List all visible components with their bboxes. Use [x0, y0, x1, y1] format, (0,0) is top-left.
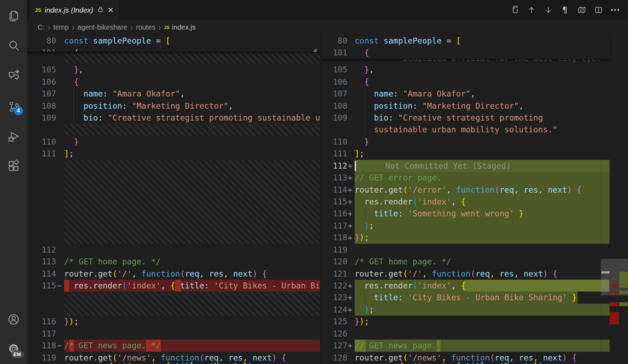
code-line[interactable]: res.render('news', { title: 'News' }); [27, 362, 320, 364]
code-line[interactable]: 122+ res.render('index', { [321, 280, 628, 292]
code-line[interactable]: 113+// GET error page. [321, 172, 628, 184]
code-line[interactable]: 105 }, [321, 64, 628, 76]
code-token: , [156, 362, 166, 364]
line-number: 123 [321, 292, 347, 304]
code-line[interactable]: 114router.get('/', function(req, res, ne… [27, 268, 320, 280]
code-line[interactable]: 80const samplePeople = [ [321, 35, 610, 47]
code-token [64, 48, 74, 52]
code-token: } [364, 65, 369, 74]
diff-sign: + [348, 280, 353, 292]
settings-gear-icon[interactable]: EM [7, 342, 20, 355]
code-line[interactable]: "Dedicated official for the best city cy… [355, 59, 600, 62]
open-file-icon[interactable] [510, 6, 519, 15]
sticky-scroll[interactable]: 80const samplePeople = [101 {f [27, 35, 320, 52]
breadcrumb-routes[interactable]: routes [136, 23, 156, 31]
extensions-icon[interactable] [7, 159, 20, 172]
line-number: 106 [321, 76, 347, 88]
code-line[interactable]: 108 position: "Marketing Director", [27, 100, 320, 112]
code-token: } [519, 209, 524, 218]
code-token: ( [413, 197, 417, 206]
code-token: function [161, 353, 199, 362]
code-line[interactable]: 117 [27, 328, 320, 340]
code-line[interactable]: 110 } [321, 136, 628, 148]
code-line[interactable]: 114+router.get('/error', function(req, r… [321, 184, 628, 196]
code-token: , [219, 353, 228, 362]
code-line[interactable]: 112+Not Committed Yet (Staged) [321, 160, 628, 172]
code-text: bio: "Creative strategist promoting sust… [64, 112, 320, 124]
code-line[interactable]: 108 position: "Marketing Director", [321, 100, 628, 112]
diff-sign: − [57, 340, 62, 352]
diff-pane-original[interactable]: 105 },106 {107 name: "Amara Okafor",108 … [27, 0, 320, 364]
code-line[interactable]: 101 { [321, 47, 610, 59]
breadcrumb-project[interactable]: agent-bikeshare [77, 23, 127, 31]
code-line[interactable]: 118−/* GET news page. */ [27, 340, 320, 351]
code-token: } [355, 317, 360, 326]
code-line[interactable]: 123+ title: 'City Bikes - Urban Bike Sha… [321, 292, 628, 303]
previous-change-icon[interactable] [527, 6, 536, 15]
code-token: router.get [355, 269, 403, 278]
code-token: /* GET home page. */ [64, 257, 161, 266]
code-line[interactable]: 109 bio: "Creative strategist promoting [321, 112, 628, 124]
code-line[interactable]: sustainable urban mobility solutions." [321, 124, 628, 135]
code-line[interactable]: 127+// GET news page. [321, 340, 628, 351]
code-line[interactable]: 116+ title: 'Something went wrong' } [321, 208, 628, 219]
code-token: } [74, 65, 79, 74]
code-token [257, 269, 262, 278]
sticky-scroll[interactable]: 80const samplePeople = [101 { [321, 35, 610, 59]
code-line[interactable]: 120/* GET home page. */ [321, 256, 628, 268]
code-line[interactable]: 80const samplePeople = [ [27, 35, 320, 47]
close-tab-icon[interactable]: × [108, 7, 113, 14]
diff-sash[interactable] [320, 0, 321, 364]
code-text: const samplePeople = [ [355, 35, 461, 47]
code-token: samplePeople [384, 36, 441, 45]
split-editor-icon[interactable] [594, 6, 603, 15]
code-line[interactable]: 124+ ); [321, 304, 628, 316]
tab-indexjs[interactable]: JS index.js (Index) × [29, 0, 119, 20]
code-line[interactable]: 112 [27, 244, 320, 256]
code-line[interactable]: 101 {f [27, 47, 320, 52]
code-line[interactable]: 106 { [27, 76, 320, 88]
code-line[interactable]: 118+}); [321, 232, 628, 243]
account-icon[interactable] [7, 313, 20, 326]
explorer-icon[interactable] [7, 9, 20, 22]
map-outline-icon[interactable] [577, 6, 586, 15]
code-token [64, 113, 83, 122]
code-line[interactable]: 107 name: "Amara Okafor", [321, 88, 628, 100]
code-token: : [413, 101, 422, 110]
code-line[interactable]: 119 [321, 244, 628, 256]
breadcrumb-drive[interactable]: C: [38, 23, 45, 31]
code-token: "Creative strategist promoting sustainab… [108, 113, 320, 122]
code-line[interactable]: 111]; [321, 148, 628, 160]
code-token: : [103, 89, 113, 98]
run-debug-icon[interactable] [7, 130, 20, 143]
more-actions-icon[interactable]: ··· [611, 6, 620, 15]
code-line[interactable]: 107 name: "Amara Okafor", [27, 88, 320, 100]
render-whitespace-icon[interactable]: ¶ [560, 6, 569, 15]
code-line[interactable]: 109 bio: "Creative strategist promoting … [27, 112, 320, 124]
code-token: [ [456, 36, 461, 45]
code-line[interactable]: 110 } [27, 136, 320, 148]
code-line[interactable]: 125}); [321, 316, 628, 327]
breadcrumb-temp[interactable]: temp [53, 23, 69, 31]
code-line[interactable]: 115+ res.render('index', { [321, 196, 628, 208]
code-line[interactable]: 113/* GET home page. */ [27, 256, 320, 268]
code-line[interactable]: 115− res.render('index', { title: 'City … [27, 280, 320, 292]
next-change-icon[interactable] [544, 6, 553, 15]
line-number: 105 [27, 64, 56, 76]
code-line[interactable]: 126 [321, 328, 628, 340]
diff-pane-modified[interactable]: 105 },106 {107 name: "Amara Okafor",108 … [321, 0, 628, 364]
code-token: , [243, 353, 252, 362]
code-token [355, 125, 374, 134]
code-line[interactable]: 111]; [27, 148, 320, 160]
code-line[interactable]: 117+ ); [321, 220, 628, 232]
source-control-icon[interactable]: 4 [7, 100, 20, 113]
code-line[interactable]: 116}); [27, 316, 320, 327]
code-line[interactable]: 106 { [321, 76, 628, 88]
line-number: 121 [321, 268, 347, 280]
search-icon[interactable] [7, 39, 20, 52]
code-line[interactable]: res.render('news', { title: 'News' }); [321, 362, 628, 364]
breadcrumb-file[interactable]: JS index.js [164, 23, 196, 31]
code-line[interactable]: 105 }, [27, 64, 320, 76]
chat-icon[interactable] [7, 69, 20, 82]
code-line[interactable]: 121router.get('/', function(req, res, ne… [321, 268, 628, 280]
